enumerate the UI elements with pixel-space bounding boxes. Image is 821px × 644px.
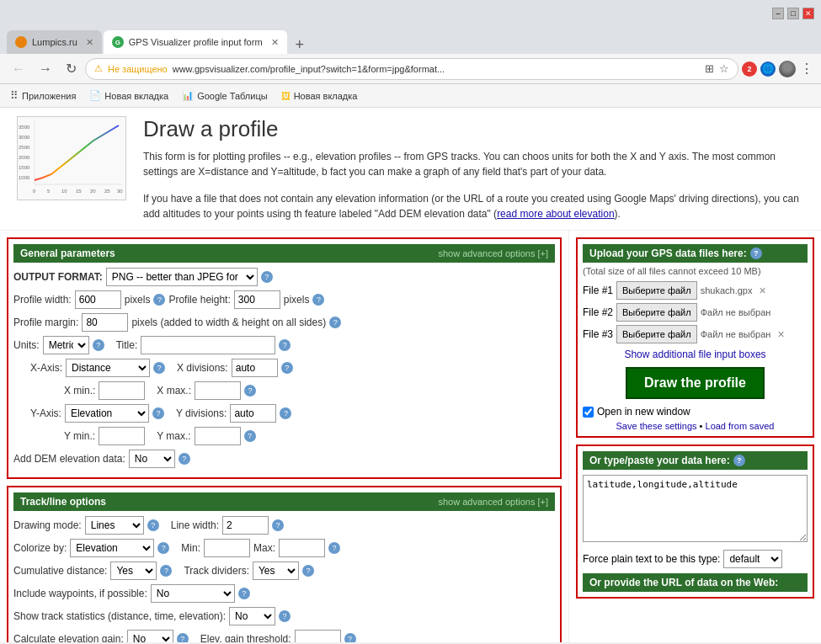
gain-threshold-help[interactable]: ?: [344, 633, 356, 642]
min-input[interactable]: [204, 539, 250, 557]
load-from-saved-link[interactable]: Load from saved: [706, 421, 775, 431]
tab-close-lumpics[interactable]: ✕: [86, 37, 93, 48]
show-advanced-link[interactable]: show advanced options [+]: [438, 248, 548, 258]
nav-icon-profile[interactable]: [779, 61, 796, 77]
profile-height-input[interactable]: [234, 290, 280, 309]
open-new-window-checkbox[interactable]: [583, 407, 594, 418]
tab-label-gps: GPS Visualizer profile input form: [129, 37, 263, 47]
xmax-help[interactable]: ?: [244, 385, 256, 397]
output-format-row: OUTPUT FORMAT: PNG -- better than JPEG f…: [13, 268, 555, 286]
output-format-select[interactable]: PNG -- better than JPEG for profiles JPE…: [106, 268, 258, 286]
output-format-help[interactable]: ?: [261, 271, 273, 283]
track-dividers-select[interactable]: Yes No: [253, 562, 299, 580]
stats-help[interactable]: ?: [279, 610, 291, 622]
forward-btn[interactable]: →: [34, 60, 57, 78]
file1-clear[interactable]: ×: [759, 284, 765, 297]
tab-bar: Lumpics.ru ✕ G GPS Visualizer profile in…: [0, 27, 821, 54]
ydivisions-help[interactable]: ?: [280, 407, 291, 419]
ymin-input[interactable]: [99, 427, 145, 445]
address-url[interactable]: www.gpsvisualizer.com/profile_input?swit…: [173, 64, 700, 74]
upload-help[interactable]: ?: [750, 247, 762, 259]
file-row-3: File #3 Выберите файл Файл не выбран ×: [583, 325, 808, 343]
left-column: General parameters show advanced options…: [0, 231, 568, 642]
more-options-btn[interactable]: ⋮: [799, 61, 814, 77]
colorize-select[interactable]: Elevation Speed None: [70, 539, 154, 557]
yaxis-help[interactable]: ?: [152, 407, 164, 419]
stats-select[interactable]: No Yes: [229, 607, 275, 625]
tab-lumpics[interactable]: Lumpics.ru ✕: [7, 30, 102, 54]
ydivisions-input[interactable]: [230, 404, 276, 423]
paste-help[interactable]: ?: [733, 455, 745, 466]
gain-help[interactable]: ?: [177, 633, 189, 642]
svg-text:5: 5: [47, 189, 51, 194]
dem-help[interactable]: ?: [179, 453, 190, 465]
copy-icon[interactable]: ⊞: [705, 62, 714, 75]
height-help[interactable]: ?: [312, 294, 324, 306]
profile-margin-input[interactable]: [82, 313, 128, 332]
file3-clear[interactable]: ×: [777, 327, 784, 341]
minmax-help[interactable]: ?: [328, 542, 340, 554]
bookmark-apps[interactable]: ⠿ Приложения: [7, 88, 79, 104]
new-tab-btn[interactable]: +: [289, 36, 312, 54]
xdivisions-input[interactable]: [232, 359, 278, 377]
xmax-input[interactable]: [195, 381, 241, 400]
ymax-help[interactable]: ?: [244, 430, 256, 442]
ymax-input[interactable]: [195, 427, 241, 445]
line-width-help[interactable]: ?: [272, 519, 284, 531]
bookmark-newtab1[interactable]: 📄 Новая вкладка: [86, 88, 172, 103]
track-dividers-help[interactable]: ?: [302, 565, 314, 577]
units-title-row: Units: Metric Imperial ? Title: ?: [13, 336, 555, 354]
star-icon[interactable]: ☆: [719, 62, 729, 75]
bookmark-newtab2[interactable]: 🖼 Новая вкладка: [278, 89, 361, 103]
profile-width-input[interactable]: [75, 290, 121, 309]
cumulative-help[interactable]: ?: [160, 565, 172, 577]
tab-close-gps[interactable]: ✕: [271, 37, 279, 48]
xaxis-help[interactable]: ?: [153, 362, 165, 374]
cumulative-select[interactable]: Yes No: [110, 562, 157, 580]
maximize-btn[interactable]: □: [787, 8, 799, 19]
save-settings-link[interactable]: Save these settings: [616, 421, 697, 431]
margin-help[interactable]: ?: [329, 317, 341, 328]
xaxis-select[interactable]: Distance Time: [66, 359, 150, 377]
units-help[interactable]: ?: [93, 339, 104, 351]
refresh-btn[interactable]: ↻: [61, 59, 82, 78]
drawing-mode-help[interactable]: ?: [147, 519, 159, 531]
paste-textarea[interactable]: latitude,longitude,altitude: [583, 475, 808, 542]
line-width-input[interactable]: [222, 516, 269, 535]
nav-icon-red[interactable]: 2: [742, 61, 757, 77]
tab-gpsvisualizer[interactable]: G GPS Visualizer profile input form ✕: [104, 30, 287, 54]
force-text-label: Force plain text to be this type:: [583, 553, 720, 565]
close-btn[interactable]: ✕: [802, 8, 814, 19]
sheet-icon: 📊: [182, 90, 194, 101]
draw-profile-btn[interactable]: Draw the profile: [626, 367, 765, 399]
xdivisions-help[interactable]: ?: [281, 362, 293, 374]
nav-icon-globe[interactable]: 🌐: [760, 61, 776, 77]
waypoints-select[interactable]: No Yes: [151, 584, 235, 603]
gain-select[interactable]: No Yes: [127, 630, 173, 642]
show-more-files-link[interactable]: Show additional file input boxes: [583, 349, 808, 360]
yaxis-select[interactable]: Elevation Speed: [65, 404, 149, 423]
xmin-input[interactable]: [99, 381, 145, 400]
pixels-label-2: pixels: [284, 294, 310, 306]
dem-select[interactable]: No Yes: [129, 450, 175, 468]
colorize-help[interactable]: ?: [157, 542, 169, 554]
drawing-mode-select[interactable]: Lines Points: [85, 516, 144, 535]
waypoints-help[interactable]: ?: [238, 588, 250, 599]
track-show-advanced-link[interactable]: show advanced options [+]: [438, 497, 548, 507]
file1-btn[interactable]: Выберите файл: [616, 281, 697, 300]
bookmark-sheets[interactable]: 📊 Google Таблицы: [179, 88, 270, 103]
gain-threshold-input[interactable]: [295, 630, 341, 642]
width-help[interactable]: ?: [153, 294, 165, 306]
yminmax-row: Y min.: Y max.: ?: [13, 427, 555, 445]
title-input[interactable]: [141, 336, 275, 354]
file3-btn[interactable]: Выберите файл: [616, 325, 697, 343]
units-select[interactable]: Metric Imperial: [43, 336, 89, 354]
max-input[interactable]: [279, 539, 325, 557]
force-type-select[interactable]: default gpx kml csv: [723, 550, 782, 568]
back-btn[interactable]: ←: [7, 60, 30, 78]
elevation-link[interactable]: read more about elevation: [497, 208, 614, 220]
minimize-btn[interactable]: –: [772, 8, 784, 19]
title-help[interactable]: ?: [279, 339, 291, 351]
file2-btn[interactable]: Выберите файл: [616, 303, 697, 322]
yaxis-row: Y-Axis: Elevation Speed ? Y divisions: ?: [13, 404, 555, 423]
